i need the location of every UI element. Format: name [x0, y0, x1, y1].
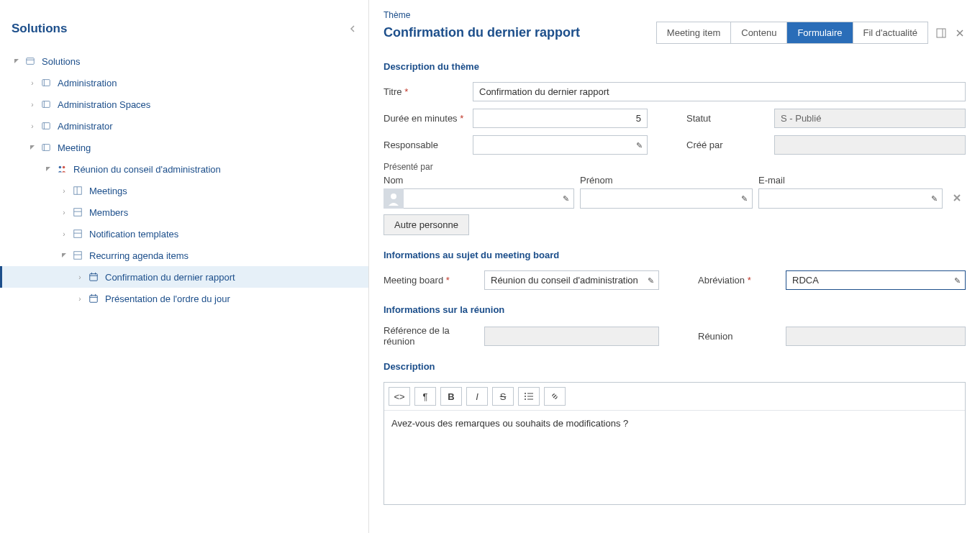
chevron-right-icon[interactable]: ›	[27, 101, 37, 109]
input-reference	[484, 327, 659, 346]
editor-list-button[interactable]	[518, 387, 540, 406]
input-duree[interactable]	[473, 109, 648, 128]
tree-item-meeting[interactable]: Meeting	[0, 137, 368, 158]
editor-paragraph-button[interactable]: ¶	[414, 387, 436, 406]
editor-content[interactable]: Avez-vous des remarques ou souhaits de m…	[384, 411, 965, 504]
svg-rect-20	[90, 274, 98, 281]
panel-icon[interactable]	[935, 27, 947, 39]
tree-label: Solutions	[42, 56, 80, 67]
calendar-icon	[88, 293, 99, 304]
input-abreviation[interactable]	[786, 270, 966, 290]
add-person-button[interactable]: Autre personne	[384, 214, 469, 235]
svg-rect-24	[90, 296, 98, 303]
calendar-icon	[88, 271, 99, 283]
editor-italic-button[interactable]: I	[466, 387, 488, 406]
tree-toggle-icon[interactable]	[12, 58, 22, 65]
people-icon	[56, 163, 68, 175]
label-titre: Titre *	[384, 86, 464, 97]
folder-icon	[40, 142, 52, 153]
input-prenom[interactable]	[580, 188, 753, 209]
section-reunion-info: Informations sur la réunion	[384, 304, 966, 315]
label-reference: Référence de la réunion	[384, 325, 476, 347]
svg-point-11	[63, 166, 65, 169]
tree-label: Meeting	[58, 142, 91, 153]
chevron-right-icon[interactable]: ›	[75, 273, 85, 281]
input-responsable[interactable]	[473, 135, 648, 155]
collapse-sidebar-icon[interactable]	[348, 23, 357, 35]
tree-toggle-icon[interactable]	[59, 252, 69, 260]
tree-item-administrator[interactable]: › Administrator	[0, 115, 368, 137]
chevron-right-icon[interactable]: ›	[59, 187, 69, 195]
close-icon[interactable]	[954, 27, 966, 39]
sidebar-title: Solutions	[12, 22, 67, 36]
svg-point-35	[525, 398, 526, 400]
tree-item-presentation[interactable]: › Présentation de l'ordre du jour	[0, 288, 368, 309]
svg-rect-4	[42, 101, 50, 108]
tree-item-confirmation[interactable]: › Confirmation du dernier rapport	[0, 266, 368, 288]
folder-icon	[40, 120, 52, 132]
editor-strike-button[interactable]: S	[492, 387, 514, 406]
svg-rect-16	[74, 230, 82, 238]
tree-item-meeting-board[interactable]: Réunion du conseil d'administration	[0, 158, 368, 180]
input-email[interactable]	[758, 188, 943, 209]
chevron-right-icon[interactable]: ›	[59, 230, 69, 238]
section-description-theme: Description du thème	[384, 61, 966, 72]
tree-toggle-icon[interactable]	[43, 165, 53, 173]
chevron-right-icon[interactable]: ›	[27, 79, 37, 87]
avatar-icon	[384, 188, 404, 209]
svg-point-30	[391, 193, 396, 199]
label-meeting-board: Meeting board *	[384, 275, 476, 286]
label-creepar: Créé par	[686, 140, 766, 150]
tab-formulaire[interactable]: Formulaire	[787, 22, 853, 43]
tab-contenu[interactable]: Contenu	[731, 22, 787, 43]
tree-item-members[interactable]: › Members	[0, 201, 368, 223]
label-nom: Nom	[384, 175, 574, 186]
tree-item-solutions[interactable]: Solutions	[0, 50, 368, 72]
section-description: Description	[384, 361, 966, 372]
input-titre[interactable]	[473, 82, 966, 101]
page-title: Confirmation du dernier rapport	[384, 25, 580, 40]
svg-rect-2	[42, 80, 50, 86]
svg-rect-18	[74, 252, 82, 260]
editor-code-button[interactable]: <>	[389, 387, 410, 406]
folder-icon	[40, 99, 52, 110]
svg-rect-0	[27, 58, 35, 65]
list-icon	[72, 185, 83, 196]
label-reunion: Réunion	[698, 331, 777, 342]
folder-icon	[40, 77, 52, 88]
tabs: Meeting item Contenu Formulaire Fil d'ac…	[656, 22, 928, 44]
chevron-right-icon[interactable]: ›	[59, 209, 69, 217]
list-icon	[72, 228, 83, 240]
tree-toggle-icon[interactable]	[27, 144, 37, 152]
sidebar: Solutions Solutions › Administration	[0, 0, 369, 533]
svg-rect-6	[42, 123, 50, 129]
input-meeting-board[interactable]	[484, 270, 659, 290]
remove-icon[interactable]	[948, 193, 966, 204]
tree-item-meetings[interactable]: › Meetings	[0, 180, 368, 201]
list-icon	[72, 206, 83, 218]
tree-item-admin-spaces[interactable]: › Administration Spaces	[0, 94, 368, 115]
svg-rect-8	[42, 145, 50, 151]
tree-root: Solutions › Administration › Administrat…	[0, 50, 368, 309]
chevron-right-icon[interactable]: ›	[75, 295, 85, 303]
section-meeting-board-info: Informations au sujet du meeting board	[384, 250, 966, 260]
tree-label: Members	[89, 207, 128, 218]
tree-item-recurring[interactable]: Recurring agenda items	[0, 245, 368, 266]
tree-label: Administrator	[58, 121, 113, 132]
tab-meeting-item[interactable]: Meeting item	[657, 22, 731, 43]
input-nom[interactable]	[404, 188, 574, 209]
label-statut: Statut	[686, 113, 766, 124]
tree-label: Réunion du conseil d'administration	[73, 164, 221, 175]
input-reunion	[786, 327, 966, 346]
tree-label: Meetings	[89, 186, 127, 196]
editor-link-button[interactable]	[544, 387, 566, 406]
tree-label: Présentation de l'ordre du jour	[105, 293, 230, 304]
label-presente-par: Présenté par	[384, 162, 966, 172]
tree-label: Notification templates	[89, 229, 178, 240]
tree-item-notifications[interactable]: › Notification templates	[0, 223, 368, 245]
tree-item-administration[interactable]: › Administration	[0, 72, 368, 94]
svg-rect-28	[937, 29, 945, 37]
chevron-right-icon[interactable]: ›	[27, 122, 37, 130]
editor-bold-button[interactable]: B	[440, 387, 462, 406]
tab-fil[interactable]: Fil d'actualité	[853, 22, 927, 43]
